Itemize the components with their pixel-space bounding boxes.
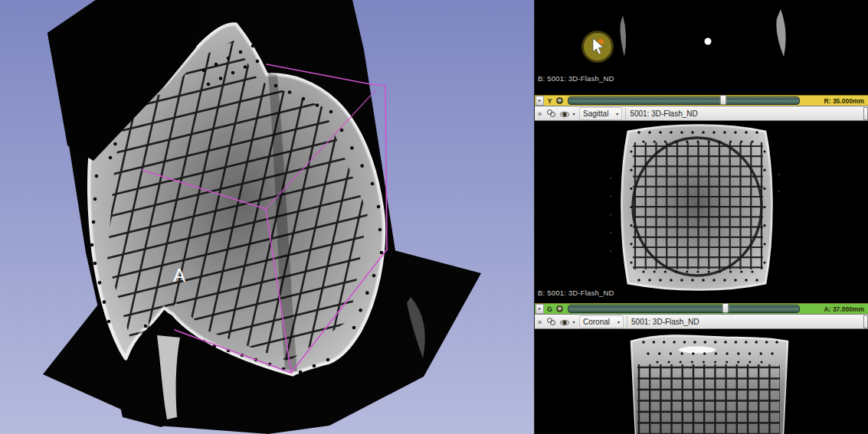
volume-annotation: B: 5001: 3D-Flash_ND	[538, 74, 614, 83]
volume-selector[interactable]: 5001: 3D-Flash_ND	[625, 108, 866, 119]
slice-color-label: G	[545, 305, 555, 313]
sagittal-slider-handle[interactable]	[719, 95, 726, 105]
coronal-slice-slider[interactable]	[568, 305, 800, 313]
chevron-down-icon: ▾	[617, 319, 620, 325]
slice-visibility-eye-icon[interactable]	[556, 305, 563, 312]
3d-scene: A	[0, 0, 534, 434]
visibility-dropdown-icon[interactable]: ▾	[571, 315, 577, 328]
panel-edge-fragment	[863, 315, 868, 328]
sagittal-slice-offset-bar: ▸ Y R: 35.000mm	[535, 95, 868, 106]
sagittal-view-toolbar: » ▾ Sagittal ▾ 5001: 3D-Flash_ND	[535, 106, 868, 121]
slice-bright-spot	[705, 38, 712, 45]
view-pin-button[interactable]: ▸	[536, 96, 544, 106]
coronal-slice-viewport[interactable]	[535, 329, 868, 434]
visibility-eye-icon[interactable]	[558, 315, 571, 328]
visibility-eye-icon[interactable]	[558, 106, 571, 120]
volume-annotation: B: 5001: 3D-Flash_ND	[538, 289, 614, 297]
orientation-select-value: Sagittal	[583, 109, 616, 118]
phantom-bright-streak	[679, 347, 716, 354]
slice-offset-value: R: 35.000mm	[803, 97, 868, 105]
volume-selector[interactable]: 5001: 3D-Flash_ND	[627, 316, 866, 328]
view-menu-button[interactable]: »	[535, 315, 545, 329]
view-pin-button[interactable]: ▸	[536, 304, 544, 314]
orientation-select[interactable]: Coronal ▾	[579, 315, 624, 328]
slice-offset-value: A: 37.000mm	[803, 305, 868, 313]
visibility-dropdown-icon[interactable]: ▾	[571, 106, 577, 120]
orientation-marker-anterior: A	[173, 265, 185, 286]
view-menu-button[interactable]: »	[535, 106, 545, 121]
link-views-icon[interactable]	[545, 106, 558, 120]
panel-edge-fragment	[863, 107, 868, 120]
chevron-down-icon: ▾	[616, 111, 618, 116]
mouse-cursor	[581, 31, 614, 63]
sagittal-slice-slider[interactable]	[568, 96, 800, 105]
grid-phantom-sagittal	[622, 126, 772, 290]
orientation-select[interactable]: Sagittal ▾	[579, 107, 622, 120]
coronal-slice-image	[535, 329, 868, 434]
coronal-slice-offset-bar: ▸ G A: 37.000mm	[535, 303, 868, 315]
slice-views-panel: B: 5001: 3D-Flash_ND ▸ Y R: 35.000mm » ▾…	[534, 0, 868, 434]
top-slice-viewport[interactable]: B: 5001: 3D-Flash_ND	[535, 0, 868, 95]
application-window: A B: 5001: 3D-Flash_ND ▸ Y	[0, 0, 868, 434]
sagittal-slice-image	[535, 121, 868, 303]
link-views-icon[interactable]	[545, 315, 558, 328]
orientation-select-value: Coronal	[583, 318, 617, 326]
coronal-view-toolbar: » ▾ Coronal ▾ 5001: 3D-Flash_ND	[535, 315, 868, 329]
grid-phantom-coronal	[631, 335, 788, 434]
sagittal-slice-viewport[interactable]: B: 5001: 3D-Flash_ND	[535, 121, 868, 303]
coronal-slider-handle[interactable]	[722, 303, 729, 313]
3d-viewport[interactable]: A	[0, 0, 534, 434]
slice-color-label: Y	[545, 97, 555, 105]
slice-visibility-eye-icon[interactable]	[556, 97, 563, 104]
